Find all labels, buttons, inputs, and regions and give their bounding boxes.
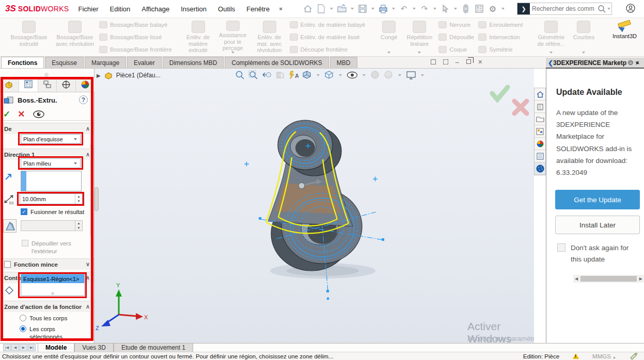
doc-cascade-icon[interactable] bbox=[466, 58, 471, 66]
menu-outils[interactable]: Outils bbox=[218, 5, 235, 13]
direction-reference-listbox[interactable] bbox=[21, 171, 82, 191]
dont-ask-checkbox[interactable] bbox=[557, 243, 566, 252]
marketplace-tab-icon[interactable] bbox=[535, 162, 545, 175]
cut-extrude-button[interactable]: Enlèv. de matière extrudé bbox=[182, 19, 214, 55]
listbox-resize-dot[interactable] bbox=[51, 292, 54, 295]
tab-marquage[interactable]: Marquage bbox=[85, 57, 126, 68]
get-update-button[interactable]: Get the Update bbox=[555, 190, 640, 209]
task-pane-pin-icon[interactable]: ✦ bbox=[633, 58, 641, 67]
cut-boundary-button[interactable]: Découpe frontière bbox=[290, 46, 366, 53]
search-caret[interactable] bbox=[607, 8, 610, 10]
options-list-icon[interactable] bbox=[474, 3, 485, 14]
reference-geometry-caret[interactable] bbox=[549, 52, 553, 54]
home-tab-icon[interactable] bbox=[535, 88, 545, 101]
cut-sweep-button[interactable]: Enlèv. de matière balayé bbox=[290, 21, 366, 28]
depth-input[interactable]: 10.00mm ▲▼ bbox=[20, 193, 83, 204]
tab-dimensions-mbd[interactable]: Dimensions MBD bbox=[163, 57, 224, 68]
scope-selected-bodies-radio[interactable] bbox=[20, 325, 26, 332]
end-condition-dropdown[interactable]: Plan milieu bbox=[21, 158, 81, 168]
redo-caret[interactable] bbox=[433, 8, 436, 10]
tab-esquisse[interactable]: Esquisse bbox=[45, 57, 84, 68]
curves-button[interactable]: Courbes bbox=[569, 19, 598, 55]
wrap-button[interactable]: Enroulement bbox=[478, 21, 523, 28]
save-icon[interactable] bbox=[357, 3, 368, 14]
doc-close-icon[interactable]: × bbox=[478, 58, 482, 66]
task-pane-header[interactable]: ❮ 3DEXPERIENCE Marketp ⚙ ✦ bbox=[546, 58, 644, 69]
settings-caret[interactable] bbox=[501, 8, 505, 10]
draft-button[interactable]: Dépouille bbox=[438, 34, 474, 41]
linear-pattern-button[interactable]: Répétition linéaire bbox=[402, 19, 436, 55]
instant3d-button[interactable]: Instant3D bbox=[606, 19, 642, 55]
menu-fichier[interactable]: Fichier bbox=[78, 5, 98, 13]
reverse-direction-icon[interactable] bbox=[4, 172, 13, 181]
tab-etude-mouvement[interactable]: Etude de mouvement 1 bbox=[114, 343, 193, 352]
tab-display-manager[interactable] bbox=[76, 77, 95, 92]
tab-evaluer[interactable]: Evaluer bbox=[127, 57, 162, 68]
print-caret[interactable] bbox=[392, 8, 395, 10]
tab-modele[interactable]: Modèle bbox=[38, 343, 74, 352]
doc-new-window-icon[interactable] bbox=[443, 59, 448, 64]
menu-insertion[interactable]: Insertion bbox=[181, 5, 207, 13]
from-collapse-chevron[interactable]: ∧ bbox=[86, 125, 90, 132]
print-icon[interactable] bbox=[378, 3, 389, 14]
contours-chevron[interactable]: ∧ bbox=[86, 274, 90, 281]
graphics-viewport[interactable]: ▶ Pièce1 (Défau... A bbox=[95, 69, 534, 343]
units-selector[interactable]: MMGS ▲ bbox=[592, 353, 616, 359]
tab-nav-last[interactable]: ▶| bbox=[28, 344, 36, 351]
rebuild-warning-icon[interactable] bbox=[573, 353, 579, 359]
panel-splitter-handle[interactable] bbox=[95, 187, 99, 211]
select-cursor-icon[interactable] bbox=[439, 3, 451, 14]
appearances-tab-icon[interactable] bbox=[535, 138, 545, 150]
settings-gear-icon[interactable]: ⚙ bbox=[487, 3, 498, 14]
section-scope-header[interactable]: Zone d'action de la fonction ∧ bbox=[0, 301, 94, 312]
section-thin-feature-header[interactable]: Fonction mince ∨ bbox=[0, 258, 94, 270]
new-document-icon[interactable] bbox=[316, 3, 327, 14]
home-icon[interactable] bbox=[302, 3, 313, 14]
hole-wizard-button[interactable]: Assistance pour le perçage bbox=[214, 19, 252, 55]
rib-button[interactable]: Nervure bbox=[438, 21, 474, 28]
selected-contours-listbox[interactable]: Esquisse1-Région<1> bbox=[21, 274, 85, 296]
depth-spin-up[interactable]: ▲ bbox=[75, 194, 82, 199]
mirror-button[interactable]: Symétrie bbox=[478, 46, 523, 53]
custom-properties-tab-icon[interactable] bbox=[535, 150, 545, 162]
install-later-button[interactable]: Install Later bbox=[555, 216, 640, 234]
hscroll-left-arrow[interactable]: ◀ bbox=[573, 276, 579, 281]
pin-menu-icon[interactable]: ✦ bbox=[276, 4, 286, 14]
fillet-caret[interactable] bbox=[387, 52, 390, 54]
fillet-button[interactable]: Congé bbox=[375, 19, 402, 55]
redo-icon[interactable]: ↷ bbox=[419, 3, 430, 14]
from-condition-dropdown[interactable]: Plan d'esquisse bbox=[21, 134, 81, 144]
tab-mbd[interactable]: MBD bbox=[330, 57, 357, 68]
depth-spin-down[interactable]: ▼ bbox=[75, 199, 82, 204]
tab-complements[interactable]: Compléments de SOLIDWORKS bbox=[225, 57, 328, 68]
open-caret[interactable] bbox=[351, 8, 354, 10]
thin-feature-checkbox[interactable] bbox=[4, 261, 11, 268]
tab-featuremanager-tree[interactable] bbox=[0, 77, 19, 92]
new-document-caret[interactable] bbox=[330, 8, 333, 10]
tab-vues-3d[interactable]: Vues 3D bbox=[74, 343, 114, 352]
menu-affichage[interactable]: Affichage bbox=[142, 5, 169, 13]
tab-nav-next[interactable]: ▶ bbox=[20, 344, 27, 351]
tab-fonctions[interactable]: Fonctions bbox=[1, 57, 44, 68]
open-icon[interactable] bbox=[336, 3, 348, 14]
merge-result-row[interactable]: ✓ Fusionner le résultat bbox=[21, 208, 84, 215]
select-caret[interactable] bbox=[454, 8, 457, 10]
boss-loft-button[interactable]: Bossage/Base lissé bbox=[99, 34, 172, 41]
resources-tab-icon[interactable] bbox=[535, 101, 545, 113]
tab-configuration-manager[interactable] bbox=[38, 77, 57, 92]
model-connecting-rod[interactable]: Y X Z bbox=[95, 69, 534, 343]
scope-all-bodies-radio[interactable] bbox=[20, 315, 26, 321]
boss-extrude-button[interactable]: Bossage/Base extrudé bbox=[5, 19, 53, 55]
draft-angle-icon[interactable] bbox=[3, 219, 17, 233]
curves-caret[interactable] bbox=[582, 52, 585, 54]
pm-scrollbar[interactable] bbox=[90, 128, 93, 334]
direction1-collapse-chevron[interactable]: ∧ bbox=[86, 151, 90, 158]
pm-ok-button[interactable]: ✓ bbox=[3, 109, 10, 120]
boss-boundary-button[interactable]: Bossage/Base frontière bbox=[99, 46, 172, 53]
search-icon[interactable] bbox=[597, 4, 606, 13]
design-library-tab-icon[interactable] bbox=[535, 113, 545, 125]
scope-selected-bodies-row[interactable]: Les corps sélectionnés bbox=[20, 325, 82, 341]
save-caret[interactable] bbox=[371, 8, 374, 10]
view-palette-tab-icon[interactable] bbox=[535, 125, 545, 138]
pm-scrollbar-thumb[interactable] bbox=[90, 143, 93, 236]
